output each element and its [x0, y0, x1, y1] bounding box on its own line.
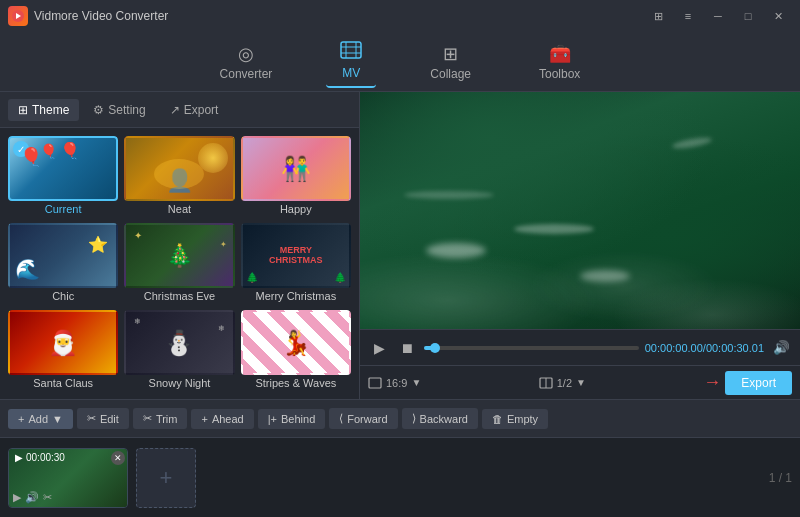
trim-button[interactable]: ✂ Trim	[133, 408, 188, 429]
theme-christmas-eve-thumb: 🎄 ✦ ✦	[124, 223, 234, 288]
bottom-toolbar: + Add ▼ ✂ Edit ✂ Trim + Ahead |+ Behind …	[0, 399, 800, 437]
theme-christmas-eve[interactable]: 🎄 ✦ ✦ Christmas Eve	[124, 223, 234, 304]
tab-export[interactable]: ↗ Export	[160, 99, 229, 121]
volume-button[interactable]: 🔊	[770, 337, 792, 359]
behind-icon: |+	[268, 413, 277, 425]
theme-stripes-waves-label: Stripes & Waves	[255, 377, 336, 389]
grid-button[interactable]: ⊞	[644, 6, 672, 26]
close-button[interactable]: ✕	[764, 6, 792, 26]
title-bar-left: Vidmore Video Converter	[8, 6, 168, 26]
add-dropdown-icon: ▼	[52, 413, 63, 425]
ahead-label: Ahead	[212, 413, 244, 425]
theme-stripes-waves[interactable]: 💃 Stripes & Waves	[241, 310, 351, 391]
nav-toolbox[interactable]: 🧰 Toolbox	[525, 37, 594, 87]
theme-merry-christmas-label: Merry Christmas	[255, 290, 336, 302]
theme-merry-christmas-thumb: MERRYCHRISTMAS 🌲 🌲	[241, 223, 351, 288]
theme-stripes-waves-thumb: 💃	[241, 310, 351, 375]
tab-setting[interactable]: ⚙ Setting	[83, 99, 155, 121]
add-button[interactable]: + Add ▼	[8, 409, 73, 429]
setting-tab-label: Setting	[108, 103, 145, 117]
ratio-dropdown[interactable]: ▼	[411, 377, 421, 388]
edit-icon: ✂	[87, 412, 96, 425]
nav-mv[interactable]: MV	[326, 35, 376, 88]
behind-label: Behind	[281, 413, 315, 425]
ahead-button[interactable]: + Ahead	[191, 409, 253, 429]
menu-button[interactable]: ≡	[674, 6, 702, 26]
resolution-dropdown[interactable]: ▼	[576, 377, 586, 388]
theme-current[interactable]: ✓ 🎈 🎈 🎈 Current	[8, 136, 118, 217]
clip-controls: ▶ 🔊 ✂	[13, 491, 52, 504]
add-label: Add	[28, 413, 48, 425]
ratio-selector[interactable]: 16:9 ▼	[368, 377, 421, 389]
theme-merry-christmas[interactable]: MERRYCHRISTMAS 🌲 🌲 Merry Christmas	[241, 223, 351, 304]
tab-bar: ⊞ Theme ⚙ Setting ↗ Export	[0, 92, 359, 128]
progress-bar[interactable]	[424, 346, 639, 350]
app-icon	[8, 6, 28, 26]
timeline-area: ▶ 00:00:30 ▶ 🔊 ✂ ✕ + 1 / 1	[0, 437, 800, 517]
add-clip-button[interactable]: +	[136, 448, 196, 508]
nav-collage[interactable]: ⊞ Collage	[416, 37, 485, 87]
trim-icon: ✂	[143, 412, 152, 425]
export-tab-label: Export	[184, 103, 219, 117]
empty-button[interactable]: 🗑 Empty	[482, 409, 548, 429]
theme-neat[interactable]: 👤 Neat	[124, 136, 234, 217]
left-panel: ⊞ Theme ⚙ Setting ↗ Export ✓ 🎈 🎈	[0, 92, 360, 399]
ahead-icon: +	[201, 413, 207, 425]
resolution-selector[interactable]: 1/2 ▼	[539, 377, 586, 389]
empty-icon: 🗑	[492, 413, 503, 425]
theme-tab-icon: ⊞	[18, 103, 28, 117]
behind-button[interactable]: |+ Behind	[258, 409, 326, 429]
backward-label: Backward	[420, 413, 468, 425]
empty-label: Empty	[507, 413, 538, 425]
red-arrow-icon: →	[703, 372, 721, 393]
theme-christmas-eve-label: Christmas Eve	[144, 290, 216, 302]
tab-theme[interactable]: ⊞ Theme	[8, 99, 79, 121]
play-button[interactable]: ▶	[368, 337, 390, 359]
theme-snowy-night[interactable]: ⛄ ❄ ❄ Snowy Night	[124, 310, 234, 391]
add-icon: +	[18, 413, 24, 425]
sound-clip-icon: 🔊	[25, 491, 39, 504]
export-button[interactable]: Export	[725, 371, 792, 395]
top-nav: ◎ Converter MV ⊞ Collage 🧰 Toolbox	[0, 32, 800, 92]
timeline-clip[interactable]: ▶ 00:00:30 ▶ 🔊 ✂ ✕	[8, 448, 128, 508]
time-display: 00:00:00.00/00:00:30.01	[645, 342, 764, 354]
edit-button[interactable]: ✂ Edit	[77, 408, 129, 429]
add-clip-icon: +	[160, 465, 173, 491]
minimize-button[interactable]: ─	[704, 6, 732, 26]
maximize-button[interactable]: □	[734, 6, 762, 26]
arrow-container: → Export	[703, 371, 792, 395]
theme-neat-label: Neat	[168, 203, 191, 215]
right-panel: ▶ ⏹ 00:00:00.00/00:00:30.01 🔊 16:9 ▼	[360, 92, 800, 399]
nav-converter-label: Converter	[220, 67, 273, 81]
scissor-clip-icon: ✂	[43, 491, 52, 504]
forward-button[interactable]: ⟨ Forward	[329, 408, 397, 429]
theme-happy[interactable]: 👫 Happy	[241, 136, 351, 217]
theme-snowy-night-thumb: ⛄ ❄ ❄	[124, 310, 234, 375]
backward-button[interactable]: ⟩ Backward	[402, 408, 478, 429]
stop-button[interactable]: ⏹	[396, 337, 418, 359]
forward-label: Forward	[347, 413, 387, 425]
theme-santa-claus[interactable]: 🎅 Santa Claus	[8, 310, 118, 391]
ratio-value: 16:9	[386, 377, 407, 389]
page-indicator: 1 / 1	[769, 471, 792, 485]
theme-tab-label: Theme	[32, 103, 69, 117]
forward-icon: ⟨	[339, 412, 343, 425]
export-tab-icon: ↗	[170, 103, 180, 117]
svg-rect-7	[369, 378, 381, 388]
nav-collage-label: Collage	[430, 67, 471, 81]
theme-happy-label: Happy	[280, 203, 312, 215]
player-controls: ▶ ⏹ 00:00:00.00/00:00:30.01 🔊	[360, 329, 800, 365]
mv-icon	[340, 41, 362, 64]
theme-chic[interactable]: 🌊 ⭐ Chic	[8, 223, 118, 304]
theme-neat-thumb: 👤	[124, 136, 234, 201]
theme-chic-label: Chic	[52, 290, 74, 302]
merry-christmas-text: MERRYCHRISTMAS	[269, 245, 323, 267]
backward-icon: ⟩	[412, 412, 416, 425]
nav-converter[interactable]: ◎ Converter	[206, 37, 287, 87]
app-title: Vidmore Video Converter	[34, 9, 168, 23]
close-clip-button[interactable]: ✕	[111, 451, 125, 465]
theme-santa-claus-thumb: 🎅	[8, 310, 118, 375]
theme-snowy-night-label: Snowy Night	[149, 377, 211, 389]
title-bar: Vidmore Video Converter ⊞ ≡ ─ □ ✕	[0, 0, 800, 32]
theme-santa-claus-label: Santa Claus	[33, 377, 93, 389]
